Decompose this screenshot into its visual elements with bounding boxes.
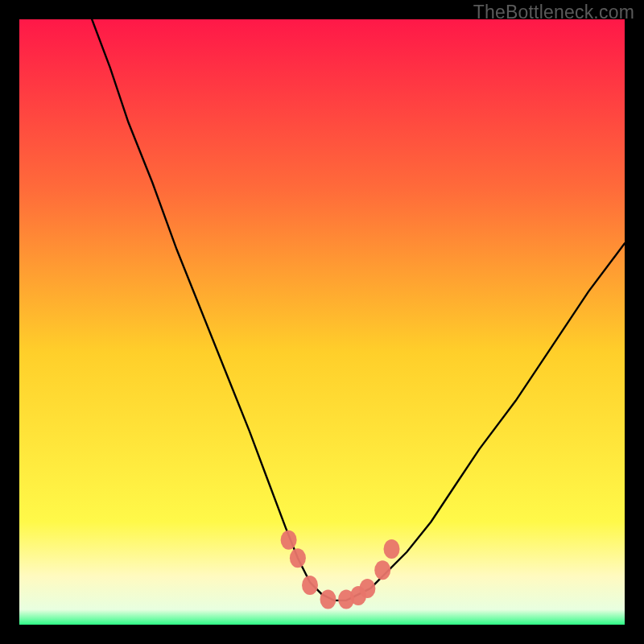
plot-area: [19, 19, 625, 625]
curve-marker: [374, 560, 390, 580]
chart-frame: TheBottleneck.com: [0, 0, 644, 644]
watermark-text: TheBottleneck.com: [473, 2, 634, 23]
gradient-background: [19, 19, 625, 625]
curve-marker: [320, 589, 336, 609]
curve-marker: [281, 530, 297, 550]
curve-marker: [290, 548, 306, 568]
curve-marker: [302, 576, 318, 595]
chart-svg: [19, 19, 625, 625]
curve-marker: [359, 579, 375, 598]
curve-marker: [384, 539, 400, 559]
